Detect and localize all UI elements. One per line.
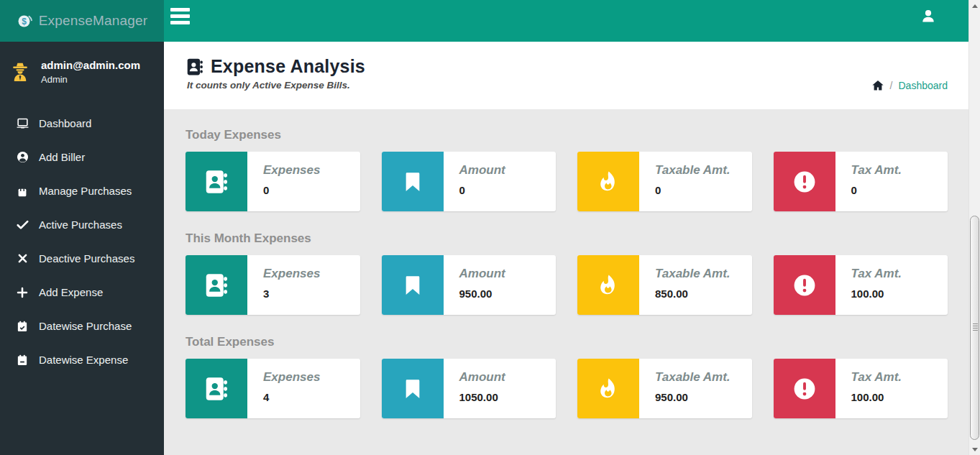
stat-label: Amount [459, 267, 505, 281]
stat-card-taxable-amt: Taxable Amt. 950.00 [577, 359, 752, 418]
sidebar-item-label: Datewise Expense [39, 354, 128, 366]
stat-label: Expenses [263, 267, 320, 281]
sidebar-item-active-purchases[interactable]: Active Purchases [0, 208, 164, 242]
stat-card-amount: Amount 950.00 [382, 255, 557, 315]
stat-label: Tax Amt. [851, 163, 902, 178]
bookmark-icon [382, 255, 444, 315]
section-today-expenses: Today Expenses Expenses 0 [186, 128, 948, 211]
page-header: Expense Analysis It counts only Active E… [164, 42, 968, 109]
main-content: Expense Analysis It counts only Active E… [164, 42, 968, 455]
scroll-down-arrow-icon[interactable] [969, 443, 980, 455]
fire-icon [577, 359, 639, 418]
stat-label: Taxable Amt. [655, 163, 731, 178]
fire-icon [577, 255, 639, 315]
sidebar-item-label: Deactive Purchases [39, 252, 134, 265]
sidebar-item-add-expense[interactable]: Add Expense [0, 275, 164, 309]
section-title: This Month Expenses [186, 231, 948, 246]
expense-manager-app: $ ExpenseManager admin@admin.com Admin [0, 0, 980, 455]
stat-value: 950.00 [655, 391, 731, 403]
check-icon [15, 218, 29, 232]
user-role: Admin [41, 74, 140, 85]
section-title: Total Expenses [186, 335, 948, 349]
sidebar-nav: Dashboard Add Biller Manage Purchases Ac… [0, 106, 164, 377]
bookmark-icon [382, 152, 444, 211]
stat-value: 100.00 [851, 391, 902, 403]
plus-icon [15, 285, 29, 300]
stat-label: Taxable Amt. [655, 370, 731, 385]
stat-card-tax-amt: Tax Amt. 0 [774, 152, 948, 211]
sidebar-item-dashboard[interactable]: Dashboard [0, 106, 164, 140]
stat-card-taxable-amt: Taxable Amt. 0 [577, 152, 752, 211]
account-menu-button[interactable] [920, 7, 937, 24]
sidebar-item-datewise-purchase[interactable]: Datewise Purchase [0, 309, 164, 343]
stat-card-tax-amt: Tax Amt. 100.00 [774, 359, 948, 418]
section-this-month-expenses: This Month Expenses Expenses 3 [186, 231, 948, 315]
calendar-check-icon [15, 319, 29, 334]
stat-card-expenses: Expenses 4 [186, 359, 360, 418]
stat-value: 0 [263, 184, 320, 196]
sidebar-item-label: Active Purchases [39, 219, 122, 231]
topbar [164, 0, 968, 42]
laptop-icon [15, 116, 29, 131]
svg-text:$: $ [22, 17, 27, 27]
vertical-scrollbar[interactable] [968, 0, 980, 455]
calendar-minus-icon [15, 353, 29, 367]
breadcrumb-dashboard-link[interactable]: Dashboard [899, 80, 948, 91]
fire-icon [577, 152, 639, 211]
exclamation-circle-icon [774, 359, 835, 418]
stat-card-taxable-amt: Taxable Amt. 850.00 [577, 255, 752, 315]
section-title: Today Expenses [186, 128, 948, 142]
stat-value: 3 [263, 288, 320, 300]
user-secret-avatar-icon [9, 60, 32, 83]
stat-value: 950.00 [459, 288, 505, 300]
stat-value: 1050.00 [459, 391, 505, 403]
page-subtitle: It counts only Active Expense Bills. [187, 80, 365, 91]
home-icon[interactable] [871, 79, 884, 92]
stat-value: 0 [851, 184, 902, 196]
section-total-expenses: Total Expenses Expenses 4 [186, 335, 948, 418]
user-email: admin@admin.com [41, 59, 140, 71]
times-icon [15, 252, 29, 266]
stat-label: Amount [459, 163, 505, 178]
sidebar: $ ExpenseManager admin@admin.com Admin [0, 0, 164, 455]
sidebar-item-datewise-expense[interactable]: Datewise Expense [0, 343, 164, 377]
stat-value: 0 [459, 184, 505, 196]
address-book-icon [186, 152, 247, 211]
scrollbar-thumb[interactable] [970, 216, 979, 440]
stat-card-tax-amt: Tax Amt. 100.00 [774, 255, 948, 315]
sidebar-item-label: Dashboard [39, 117, 91, 129]
hamburger-icon [170, 8, 190, 12]
bookmark-icon [382, 359, 444, 418]
stat-card-amount: Amount 1050.00 [382, 359, 557, 418]
stat-value: 850.00 [655, 288, 731, 300]
address-book-icon [186, 359, 247, 418]
logo[interactable]: $ ExpenseManager [0, 0, 164, 42]
address-book-icon [186, 58, 204, 76]
sidebar-item-manage-purchases[interactable]: Manage Purchases [0, 174, 164, 208]
stat-label: Expenses [263, 370, 320, 385]
content-body: Today Expenses Expenses 0 [164, 109, 968, 418]
shopping-bag-icon [15, 184, 29, 198]
stat-label: Amount [459, 370, 505, 385]
sidebar-toggle-button[interactable] [170, 6, 191, 33]
sidebar-item-add-biller[interactable]: Add Biller [0, 140, 164, 174]
stat-label: Taxable Amt. [655, 267, 731, 281]
address-book-icon [186, 255, 247, 315]
page-title: Expense Analysis [211, 56, 365, 77]
stat-value: 4 [263, 391, 320, 403]
stat-card-expenses: Expenses 0 [186, 152, 360, 211]
logo-text: ExpenseManager [39, 13, 148, 29]
stat-card-expenses: Expenses 3 [186, 255, 360, 315]
stat-value: 0 [655, 184, 731, 196]
sidebar-item-label: Datewise Purchase [39, 320, 132, 332]
stat-label: Tax Amt. [851, 370, 902, 385]
sidebar-item-deactive-purchases[interactable]: Deactive Purchases [0, 242, 164, 275]
stat-label: Tax Amt. [851, 267, 902, 281]
breadcrumb: / Dashboard [871, 79, 948, 92]
user-circle-icon [15, 150, 29, 165]
user-icon [920, 7, 937, 24]
user-panel: admin@admin.com Admin [0, 42, 164, 89]
stat-card-amount: Amount 0 [382, 152, 557, 211]
exclamation-circle-icon [774, 255, 835, 315]
scroll-up-arrow-icon[interactable] [969, 0, 980, 12]
